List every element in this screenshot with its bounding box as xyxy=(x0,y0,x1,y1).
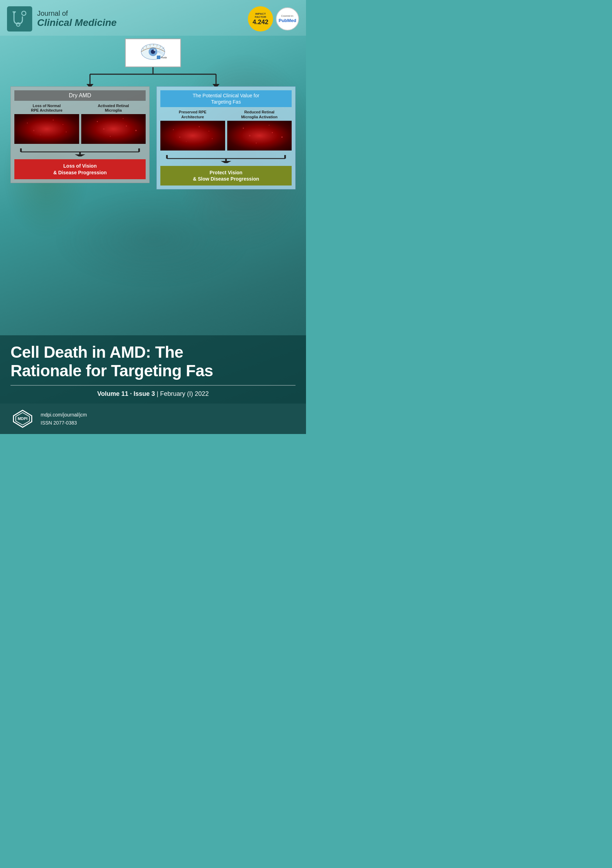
fas-image2: Reduced RetinalMicroglia Activation xyxy=(227,110,292,150)
dry-amd-bracket xyxy=(14,147,146,157)
targeting-fas-images: Preserved RPEArchitecture Reduced Retina… xyxy=(160,110,292,150)
journal-logo-box xyxy=(7,6,32,31)
panels-row: Dry AMD Loss of NormalRPE Architecture A… xyxy=(11,87,295,189)
svg-marker-32 xyxy=(75,154,85,157)
header-badges: IMPACTFACTOR 4.242 Covered in: PubMed xyxy=(248,6,299,31)
fas-image1: Preserved RPEArchitecture xyxy=(160,110,225,150)
mdpi-logo-icon: MDPI xyxy=(11,409,35,428)
impact-factor-badge: IMPACTFACTOR 4.242 xyxy=(248,6,273,31)
mdpi-logo: MDPI xyxy=(11,409,35,428)
svg-rect-19 xyxy=(157,56,160,59)
footer-url: mdpi.com/journal/jcm xyxy=(40,411,87,418)
fas-bracket xyxy=(160,153,292,163)
header: Journal of Clinical Medicine IMPACTFACTO… xyxy=(0,0,306,36)
fas-retina-img1 xyxy=(160,121,225,150)
dry-amd-panel: Dry AMD Loss of NormalRPE Architecture A… xyxy=(11,87,149,183)
svg-text:MDPI: MDPI xyxy=(18,417,28,421)
dry-amd-retina-img1 xyxy=(14,114,79,144)
stethoscope-icon xyxy=(11,10,28,28)
footer-text: mdpi.com/journal/jcm ISSN 2077-0383 xyxy=(40,411,87,427)
main-title: Cell Death in AMD: TheRationale for Targ… xyxy=(11,343,295,380)
dry-amd-result: Loss of Vision& Disease Progression xyxy=(14,159,146,179)
fas-image1-label: Preserved RPEArchitecture xyxy=(179,110,207,119)
dry-amd-images: Loss of NormalRPE Architecture Activated… xyxy=(14,104,146,144)
impact-factor-number: 4.242 xyxy=(252,19,268,25)
covered-label: Covered in: xyxy=(281,15,294,17)
dry-amd-image2-label: Activated RetinalMicroglia xyxy=(98,104,129,113)
page-content: Journal of Clinical Medicine IMPACTFACTO… xyxy=(0,0,306,434)
volume-info: Volume 11 · Issue 3 | February (I) 2022 xyxy=(11,389,295,398)
svg-marker-26 xyxy=(213,84,219,87)
journal-title: Journal of Clinical Medicine xyxy=(37,9,243,28)
dry-amd-title: Dry AMD xyxy=(14,90,146,101)
journal-title-line2: Clinical Medicine xyxy=(37,17,243,28)
volume-normal: | February (I) 2022 xyxy=(157,390,209,397)
svg-text:Retina: Retina xyxy=(161,56,167,59)
svg-point-0 xyxy=(22,11,26,16)
fas-image2-label: Reduced RetinalMicroglia Activation xyxy=(241,110,278,119)
diagram-area: Retina Dry AMD Loss of NormalRPE Ar xyxy=(0,36,306,333)
retina-box: Retina xyxy=(125,39,181,67)
volume-bold: Volume 11 · Issue 3 xyxy=(97,390,155,397)
dry-amd-image2: Activated RetinalMicroglia xyxy=(81,104,146,144)
connector-lines xyxy=(37,67,269,87)
footer-issn: ISSN 2077-0383 xyxy=(40,419,87,427)
svg-marker-38 xyxy=(221,161,231,163)
title-divider xyxy=(11,385,295,386)
svg-marker-24 xyxy=(87,84,93,87)
eye-diagram-icon: Retina xyxy=(139,42,167,63)
journal-title-line1: Journal of xyxy=(37,9,243,17)
title-section: Cell Death in AMD: TheRationale for Targ… xyxy=(0,335,306,403)
dry-amd-image1: Loss of NormalRPE Architecture xyxy=(14,104,79,144)
dry-amd-retina-img2 xyxy=(81,114,146,144)
svg-point-7 xyxy=(154,50,155,51)
fas-result: Protect Vision& Slow Disease Progression xyxy=(160,166,292,186)
pubmed-badge: Covered in: PubMed xyxy=(276,7,299,31)
footer: MDPI mdpi.com/journal/jcm ISSN 2077-0383 xyxy=(0,403,306,434)
pubmed-label: PubMed xyxy=(279,18,297,23)
fas-retina-img2 xyxy=(227,121,292,150)
targeting-fas-panel: The Potential Clinical Value forTargetin… xyxy=(157,87,295,189)
impact-factor-label: IMPACTFACTOR xyxy=(255,12,266,19)
targeting-fas-title: The Potential Clinical Value forTargetin… xyxy=(160,90,292,107)
dry-amd-image1-label: Loss of NormalRPE Architecture xyxy=(31,104,62,113)
